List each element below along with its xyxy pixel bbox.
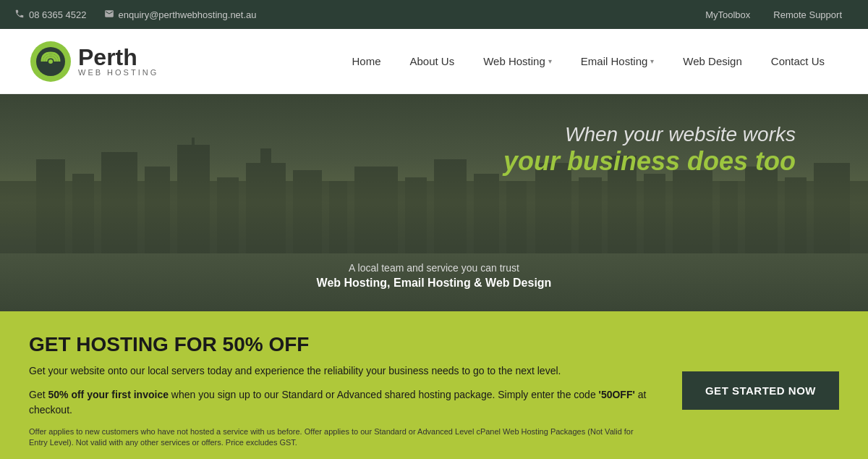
nav-home[interactable]: Home [337,29,395,94]
mail-icon [104,9,114,21]
svg-rect-12 [260,148,271,167]
logo-sub: WEB HOSTING [78,69,158,77]
svg-rect-14 [329,181,347,253]
topbar-contact-info: 08 6365 4522 enquiry@perthwebhosting.net… [14,9,257,21]
promo-detail-prefix: Get [29,389,48,400]
phone-icon [14,9,25,21]
web-hosting-dropdown-icon: ▾ [548,57,552,65]
nav-email-hosting[interactable]: Email Hosting ▾ [566,29,669,94]
nav-web-hosting[interactable]: Web Hosting ▾ [469,29,566,94]
svg-rect-6 [101,152,137,253]
logo[interactable]: Perth WEB HOSTING [29,40,158,83]
hero-subtitle: A local team and service you can trust [317,262,552,274]
hero-tagline-2: your business does too [503,146,796,177]
svg-rect-15 [354,167,398,253]
promo-section: GET HOSTING FOR 50% OFF Get your website… [0,311,868,459]
promo-detail-bold: 50% off your first invoice [48,389,168,400]
svg-rect-27 [785,177,807,253]
main-nav: Home About Us Web Hosting ▾ Email Hostin… [337,29,839,94]
promo-title: GET HOSTING FOR 50% OFF [29,333,653,356]
topbar: 08 6365 4522 enquiry@perthwebhosting.net… [0,0,868,29]
svg-rect-23 [644,174,665,253]
mytoolbox-button[interactable]: MyToolbox [694,0,762,29]
svg-rect-18 [474,174,499,253]
promo-content: GET HOSTING FOR 50% OFF Get your website… [29,333,653,449]
nav-web-design[interactable]: Web Design [668,29,756,94]
svg-rect-11 [246,163,286,253]
promo-detail-suffix: when you sign up to our Standard or Adva… [169,389,599,400]
nav-about-us[interactable]: About Us [396,29,469,94]
svg-rect-10 [217,177,239,253]
svg-rect-9 [192,138,195,148]
svg-rect-16 [405,177,427,253]
svg-rect-19 [506,181,527,253]
hero-bottom-text: A local team and service you can trust W… [317,262,552,290]
svg-rect-4 [36,159,65,253]
hero-section: When your website works your business do… [0,94,868,311]
nav-contact-us[interactable]: Contact Us [757,29,839,94]
svg-point-2 [48,59,53,64]
remote-support-button[interactable]: Remote Support [762,0,854,29]
logo-icon [29,40,72,83]
phone-number: 08 6365 4522 [29,9,87,20]
topbar-tools: MyToolbox Remote Support [694,0,854,29]
promo-fine-print: Offer applies to new customers who have … [29,426,653,449]
svg-rect-26 [745,167,778,253]
email-address: enquiry@perthwebhosting.net.au [119,9,257,20]
hero-tagline-container: When your website works your business do… [503,123,796,177]
svg-rect-13 [293,170,322,253]
logo-name: Perth [78,46,158,69]
promo-detail: Get 50% off your first invoice when you … [29,387,653,418]
svg-rect-24 [673,170,712,253]
svg-rect-7 [145,167,170,253]
promo-description: Get your website onto our local servers … [29,363,653,379]
svg-rect-28 [814,163,850,253]
header: Perth WEB HOSTING Home About Us Web Host… [0,29,868,94]
hero-subtitle-bold: Web Hosting, Email Hosting & Web Design [317,277,552,290]
svg-rect-8 [177,145,210,253]
logo-text: Perth WEB HOSTING [78,46,158,77]
promo-detail-code: '50OFF' [599,389,635,400]
svg-rect-5 [72,174,94,253]
svg-rect-17 [434,159,467,253]
email-link[interactable]: enquiry@perthwebhosting.net.au [104,9,257,21]
email-hosting-dropdown-icon: ▾ [650,57,654,65]
phone-link[interactable]: 08 6365 4522 [14,9,87,21]
svg-rect-21 [579,177,602,253]
get-started-button[interactable]: GET STARTED NOW [682,371,839,410]
svg-rect-25 [720,181,738,253]
hero-tagline-1: When your website works [503,123,796,146]
